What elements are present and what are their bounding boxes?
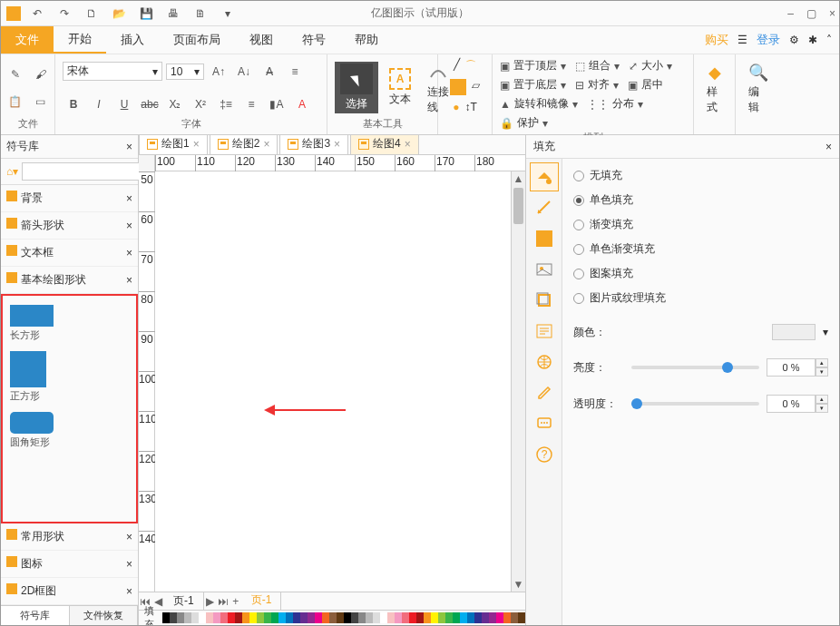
menu-start[interactable]: 开始 (54, 26, 106, 54)
color-swatch[interactable] (315, 612, 322, 623)
line-spacing-icon[interactable]: ‡≡ (215, 93, 237, 115)
buy-link[interactable]: 购买 (705, 32, 728, 48)
close-right-panel[interactable]: × (825, 141, 832, 153)
side-tab-fill[interactable] (530, 162, 559, 191)
oval-icon[interactable]: ● (453, 101, 459, 113)
font-size-select[interactable]: 10▾ (166, 64, 204, 80)
side-tab-layer[interactable] (530, 286, 559, 315)
shape-rounded-rect[interactable] (10, 412, 54, 434)
brightness-up[interactable]: ▴ (816, 358, 828, 367)
rotate-button[interactable]: ▲ 旋转和镜像 ▾ (500, 96, 578, 112)
brightness-slider[interactable] (631, 366, 759, 369)
side-tab-shadow[interactable] (530, 224, 559, 253)
tab-file-recover[interactable]: 文件恢复 (70, 606, 139, 625)
group-button[interactable]: ⬚ 组合 ▾ (575, 58, 620, 73)
collapse-ribbon[interactable]: ˄ (826, 34, 832, 46)
new-doc-button[interactable]: 🗋 (81, 3, 103, 24)
opacity-up[interactable]: ▴ (816, 395, 828, 404)
radio-texture[interactable]: 图片或纹理填充 (573, 290, 828, 306)
color-swatch[interactable] (228, 612, 235, 623)
doc-tab-1[interactable]: 绘图1× (139, 135, 208, 154)
page-next-icon[interactable]: ▶ (204, 595, 217, 608)
undo-button[interactable]: ↶ (26, 3, 48, 24)
color-swatch[interactable] (300, 612, 308, 623)
italic-button[interactable]: I (88, 93, 110, 115)
color-swatch[interactable] (329, 612, 337, 623)
window-minimize[interactable]: – (787, 7, 794, 20)
color-swatch[interactable] (337, 612, 344, 623)
brightness-down[interactable]: ▾ (816, 367, 828, 377)
style-button[interactable]: ◆样式 (701, 61, 728, 117)
distribute-button[interactable]: ⋮⋮ 分布 ▾ (587, 96, 643, 112)
line-icon[interactable]: ╱ (454, 58, 460, 73)
doc-tab-2[interactable]: 绘图2× (210, 135, 278, 154)
login-link[interactable]: 登录 (757, 32, 780, 48)
save-button[interactable]: 💾 (135, 3, 157, 24)
side-tab-edit[interactable] (530, 378, 559, 407)
side-tab-text[interactable] (530, 317, 559, 346)
shapes-list[interactable]: 长方形 正方形 圆角矩形 (1, 294, 138, 523)
align-button[interactable]: ⊟ 对齐 ▾ (575, 77, 619, 93)
text-measure-icon[interactable]: ↕T (464, 101, 476, 113)
cat-common[interactable]: 常用形状× (1, 523, 138, 551)
side-tab-comment[interactable] (530, 409, 559, 438)
bullets-icon[interactable]: ≡ (284, 61, 306, 83)
radio-pattern[interactable]: 图案填充 (573, 266, 828, 281)
tab-symbol-lib[interactable]: 符号库 (1, 606, 70, 625)
arc-icon[interactable]: ⌒ (465, 58, 476, 73)
radio-no-fill[interactable]: 无填充 (573, 168, 828, 183)
cat-background[interactable]: 背景× (1, 185, 138, 212)
clear-format-icon[interactable]: A̶ (259, 61, 280, 83)
color-palette-strip[interactable] (162, 612, 525, 623)
opacity-slider[interactable] (631, 402, 759, 406)
side-tab-image[interactable] (530, 255, 559, 284)
color-swatch[interactable] (184, 612, 191, 623)
redo-button[interactable]: ↷ (54, 3, 75, 24)
increase-font-icon[interactable]: A↑ (208, 61, 230, 83)
highlight-icon[interactable]: ▮A (266, 93, 288, 115)
color-swatch[interactable] (264, 612, 271, 623)
scroll-thumb[interactable] (513, 188, 523, 224)
close-left-panel[interactable]: × (126, 141, 132, 153)
color-swatch[interactable] (213, 612, 220, 623)
bold-button[interactable]: B (63, 93, 84, 115)
page-tab-active[interactable]: 页-1 (242, 591, 282, 611)
opacity-down[interactable]: ▾ (816, 404, 828, 413)
brightness-value[interactable]: 0 % (767, 358, 816, 377)
bring-front-button[interactable]: ▣ 置于顶层 ▾ (500, 58, 566, 73)
format-painter-icon[interactable]: ✎ (5, 64, 26, 85)
clipboard-icon[interactable]: 📋 (5, 91, 26, 112)
color-swatch[interactable] (177, 612, 184, 623)
share-icon[interactable]: ☰ (737, 34, 747, 46)
font-color-icon[interactable]: A (291, 93, 313, 115)
brush-icon[interactable]: 🖌 (30, 64, 52, 85)
doc-tab-3[interactable]: 绘图3× (279, 135, 348, 154)
color-swatch[interactable] (220, 612, 228, 623)
close-tab-3[interactable]: × (334, 138, 340, 151)
menu-help[interactable]: 帮助 (340, 26, 393, 54)
page-tab-1[interactable]: 页-1 (164, 592, 204, 611)
cat-textbox[interactable]: 文本框× (1, 240, 138, 267)
subscript-button[interactable]: X₂ (164, 93, 186, 115)
crop-icon[interactable]: ▱ (472, 79, 480, 95)
color-swatch[interactable] (249, 612, 257, 623)
export-button[interactable]: 🗎 (190, 3, 211, 24)
settings-icon[interactable]: ⚙ (789, 34, 799, 46)
window-maximize[interactable]: ▢ (806, 7, 816, 20)
home-icon[interactable]: ⌂▾ (6, 165, 18, 178)
canvas-page[interactable] (155, 171, 511, 592)
color-swatch[interactable] (235, 612, 242, 623)
decrease-font-icon[interactable]: A↓ (233, 61, 255, 83)
side-tab-web[interactable] (530, 347, 559, 377)
page-last-icon[interactable]: ⏭ (217, 595, 230, 608)
menu-view[interactable]: 视图 (235, 26, 288, 54)
color-swatch[interactable] (286, 612, 293, 623)
doc-tab-4[interactable]: 绘图4× (350, 135, 419, 154)
cat-icons[interactable]: 图标× (1, 551, 138, 578)
radio-gradient[interactable]: 渐变填充 (573, 217, 828, 232)
opacity-value[interactable]: 0 % (767, 395, 816, 413)
close-tab-1[interactable]: × (193, 138, 200, 151)
side-tab-help[interactable]: ? (530, 440, 559, 469)
color-swatch[interactable] (308, 612, 315, 623)
close-tab-4[interactable]: × (405, 138, 411, 151)
